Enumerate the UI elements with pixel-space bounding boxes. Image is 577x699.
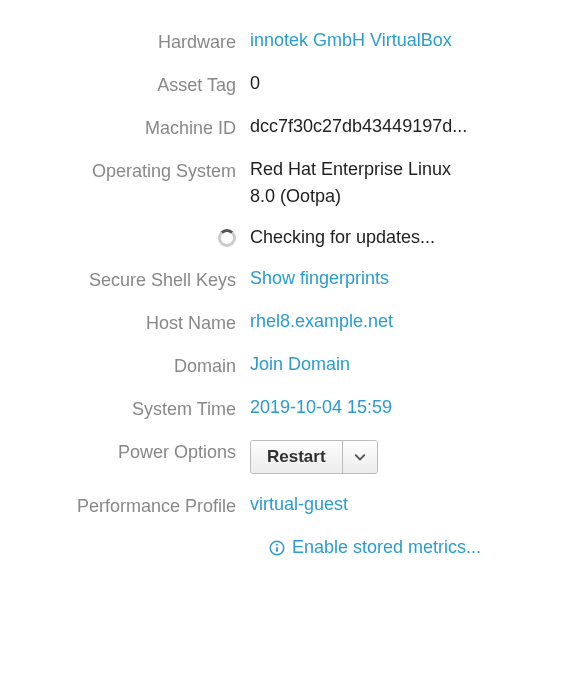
perf-profile-link[interactable]: virtual-guest: [250, 494, 557, 515]
info-icon: [268, 539, 286, 557]
machine-id-value: dcc7f30c27db43449197d...: [250, 116, 557, 137]
hostname-link[interactable]: rhel8.example.net: [250, 311, 557, 332]
asset-tag-value: 0: [250, 73, 557, 94]
hardware-label: Hardware: [20, 30, 250, 53]
perf-profile-label: Performance Profile: [20, 494, 250, 517]
machine-id-label: Machine ID: [20, 116, 250, 139]
hardware-link[interactable]: innotek GmbH VirtualBox: [250, 30, 557, 51]
svg-point-2: [276, 543, 278, 545]
os-line2: 8.0 (Ootpa): [250, 186, 557, 207]
system-time-link[interactable]: 2019-10-04 15:59: [250, 397, 557, 418]
join-domain-link[interactable]: Join Domain: [250, 354, 557, 375]
power-options-label: Power Options: [20, 440, 250, 463]
ssh-show-fingerprints-link[interactable]: Show fingerprints: [250, 268, 557, 289]
restart-button[interactable]: Restart: [251, 441, 343, 473]
enable-stored-metrics-link[interactable]: Enable stored metrics...: [268, 537, 481, 558]
os-line1: Red Hat Enterprise Linux: [250, 159, 557, 180]
spinner-icon: [218, 229, 236, 247]
system-time-label: System Time: [20, 397, 250, 420]
ssh-keys-label: Secure Shell Keys: [20, 268, 250, 291]
chevron-down-icon: [354, 451, 366, 463]
os-value: Red Hat Enterprise Linux 8.0 (Ootpa): [250, 159, 557, 207]
enable-stored-metrics-text: Enable stored metrics...: [292, 537, 481, 558]
os-label: Operating System: [20, 159, 250, 182]
asset-tag-label: Asset Tag: [20, 73, 250, 96]
power-button-group: Restart: [250, 440, 378, 474]
domain-label: Domain: [20, 354, 250, 377]
update-status: Checking for updates...: [250, 227, 557, 248]
hostname-label: Host Name: [20, 311, 250, 334]
power-dropdown-button[interactable]: [343, 441, 377, 473]
